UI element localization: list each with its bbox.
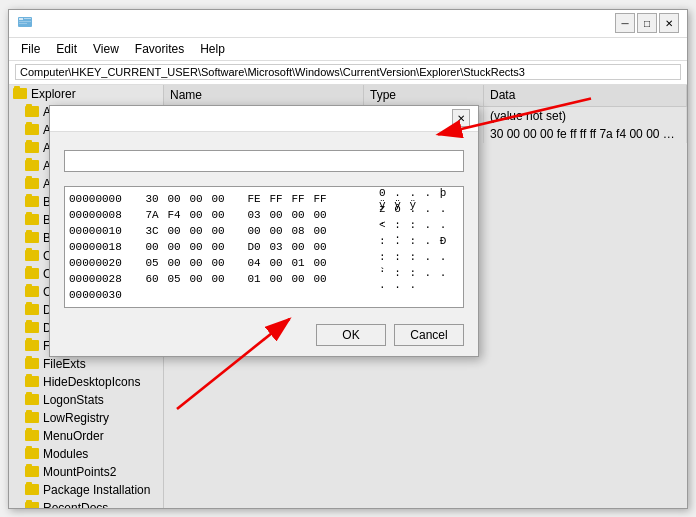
hex-byte-group: 3C000000 [143,225,227,237]
hex-byte[interactable]: 08 [289,225,307,237]
hex-byte[interactable]: 00 [209,257,227,269]
hex-byte-group: 05000000 [143,257,227,269]
hex-byte[interactable]: 00 [311,257,329,269]
hex-byte[interactable]: FF [311,193,329,205]
hex-byte[interactable]: 30 [143,193,161,205]
hex-byte[interactable]: 00 [187,193,205,205]
svg-rect-2 [24,18,31,19]
hex-byte-group: 00000800 [245,225,329,237]
hex-address: 00000010 [69,225,139,237]
svg-rect-3 [19,21,31,22]
hex-byte[interactable]: 00 [311,273,329,285]
menu-item-help[interactable]: Help [192,40,233,58]
address-bar [9,61,687,85]
hex-byte[interactable]: 00 [165,193,183,205]
minimize-button[interactable]: ─ [615,13,635,33]
hex-byte[interactable]: 03 [245,209,263,221]
hex-address: 00000008 [69,209,139,221]
hex-byte[interactable]: 00 [289,273,307,285]
menu-item-favorites[interactable]: Favorites [127,40,192,58]
hex-byte-group: 00000000 [143,241,227,253]
hex-byte[interactable]: 00 [267,257,285,269]
hex-bytes[interactable]: 00000000D0030000 [143,241,375,253]
hex-byte[interactable]: FF [267,193,285,205]
hex-byte[interactable]: 00 [267,273,285,285]
hex-address: 00000018 [69,241,139,253]
title-bar-left [17,15,39,31]
dialog-title-bar: ✕ [50,106,478,132]
registry-editor-window: ─ □ ✕ FileEditViewFavoritesHelp Explorer… [8,9,688,509]
hex-byte-group: D0030000 [245,241,329,253]
hex-byte[interactable]: 00 [209,241,227,253]
dialog-overlay: ✕ 0000000030000000FEFFFFFF0 . . . þ ÿ ÿ … [9,85,687,508]
hex-table: 0000000030000000FEFFFFFF0 . . . þ ÿ ÿ ÿ0… [64,186,464,308]
hex-byte[interactable]: 7A [143,209,161,221]
hex-byte[interactable]: 00 [165,257,183,269]
hex-byte[interactable]: 01 [245,273,263,285]
hex-byte[interactable]: 01 [289,257,307,269]
cancel-button[interactable]: Cancel [394,324,464,346]
hex-byte[interactable]: 00 [311,225,329,237]
hex-byte-group: 04000100 [245,257,329,269]
menu-item-view[interactable]: View [85,40,127,58]
main-content: ExplorerAccentAdvancedAllowedEnumeration… [9,85,687,508]
hex-byte[interactable]: 00 [209,273,227,285]
hex-byte[interactable]: 05 [165,273,183,285]
menu-item-edit[interactable]: Edit [48,40,85,58]
hex-byte[interactable]: 00 [187,241,205,253]
hex-byte[interactable]: 00 [311,209,329,221]
hex-byte[interactable]: 00 [245,225,263,237]
hex-byte[interactable]: 00 [187,225,205,237]
hex-address: 00000000 [69,193,139,205]
value-name-input[interactable] [64,150,464,172]
svg-rect-1 [19,18,23,20]
hex-bytes[interactable]: 6005000001000000 [143,273,375,285]
hex-byte[interactable]: 00 [267,209,285,221]
hex-byte-group: 30000000 [143,193,227,205]
hex-byte[interactable]: 60 [143,273,161,285]
hex-byte[interactable]: D0 [245,241,263,253]
hex-byte-group: 03000000 [245,209,329,221]
hex-byte[interactable]: 00 [289,241,307,253]
menu-item-file[interactable]: File [13,40,48,58]
hex-byte[interactable]: 04 [245,257,263,269]
hex-byte[interactable]: 00 [289,209,307,221]
hex-byte[interactable]: F4 [165,209,183,221]
title-controls: ─ □ ✕ [615,13,679,33]
hex-byte[interactable]: 00 [209,193,227,205]
hex-bytes[interactable]: 30000000FEFFFFFF [143,193,375,205]
hex-byte[interactable]: 00 [267,225,285,237]
hex-byte-group: 7AF40000 [143,209,227,221]
hex-byte-group: FEFFFFFF [245,193,329,205]
menu-bar: FileEditViewFavoritesHelp [9,38,687,61]
hex-bytes[interactable]: 0500000004000100 [143,257,375,269]
hex-byte[interactable]: 00 [311,241,329,253]
hex-byte[interactable]: 00 [209,209,227,221]
hex-byte[interactable]: 00 [187,257,205,269]
hex-byte[interactable]: 00 [209,225,227,237]
hex-byte[interactable]: FF [289,193,307,205]
hex-byte[interactable]: FE [245,193,263,205]
hex-byte[interactable]: 05 [143,257,161,269]
address-input[interactable] [15,64,681,80]
close-button[interactable]: ✕ [659,13,679,33]
dialog-buttons: OK Cancel [50,318,478,356]
hex-byte[interactable]: 3C [143,225,161,237]
svg-rect-4 [19,23,27,24]
dialog-body: 0000000030000000FEFFFFFF0 . . . þ ÿ ÿ ÿ0… [50,132,478,318]
maximize-button[interactable]: □ [637,13,657,33]
hex-byte[interactable]: 03 [267,241,285,253]
dialog-close-button[interactable]: ✕ [452,109,470,127]
title-bar: ─ □ ✕ [9,10,687,38]
hex-address: 00000020 [69,257,139,269]
hex-byte[interactable]: 00 [187,273,205,285]
hex-byte[interactable]: 00 [165,225,183,237]
hex-byte[interactable]: 00 [165,241,183,253]
hex-bytes[interactable]: 7AF4000003000000 [143,209,375,221]
hex-bytes[interactable]: 3C00000000000800 [143,225,375,237]
hex-byte[interactable]: 00 [187,209,205,221]
hex-row: 000000286005000001000000` . . . . . . . [69,271,459,287]
ok-button[interactable]: OK [316,324,386,346]
app-icon [17,15,33,31]
hex-byte[interactable]: 00 [143,241,161,253]
